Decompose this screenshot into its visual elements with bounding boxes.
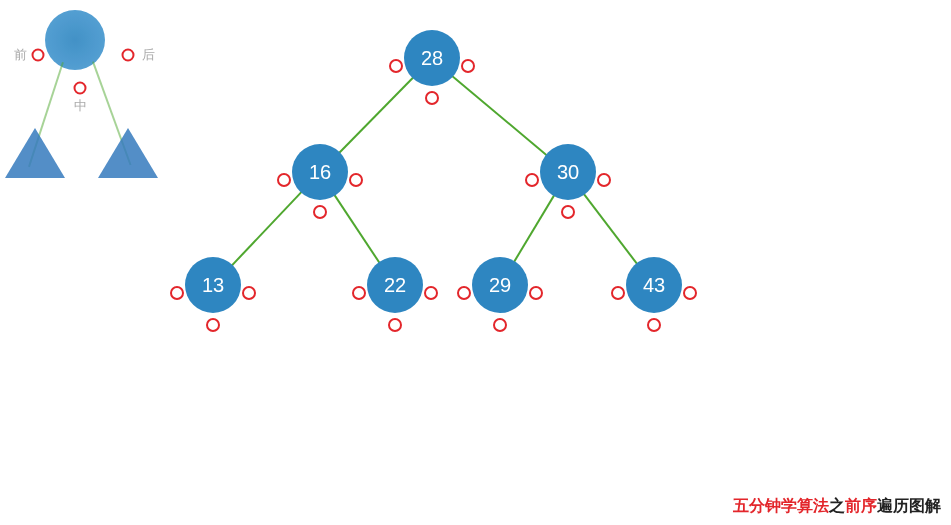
visit-marker-pre bbox=[277, 173, 291, 187]
visit-marker-post bbox=[597, 173, 611, 187]
tree-node-30: 30 bbox=[540, 144, 596, 200]
legend-subtree-right bbox=[98, 128, 158, 178]
tree-node-22: 22 bbox=[367, 257, 423, 313]
footer-topic: 前序 bbox=[845, 497, 877, 514]
visit-marker-in bbox=[647, 318, 661, 332]
diagram-canvas: 前 中 后 28163013222943 五分钟学算法之前序遍历图解 bbox=[0, 0, 951, 525]
visit-marker-in bbox=[206, 318, 220, 332]
legend-back-label: 后 bbox=[142, 46, 155, 64]
legend-mid-marker bbox=[74, 82, 87, 95]
tree-node-43: 43 bbox=[626, 257, 682, 313]
visit-marker-post bbox=[349, 173, 363, 187]
footer-suffix: 遍历图解 bbox=[877, 497, 941, 514]
visit-marker-in bbox=[313, 205, 327, 219]
footer-caption: 五分钟学算法之前序遍历图解 bbox=[733, 496, 941, 517]
visit-marker-pre bbox=[525, 173, 539, 187]
visit-marker-pre bbox=[457, 286, 471, 300]
footer-connector: 之 bbox=[829, 497, 845, 514]
tree-node-13: 13 bbox=[185, 257, 241, 313]
visit-marker-post bbox=[461, 59, 475, 73]
visit-marker-in bbox=[493, 318, 507, 332]
legend-root-node bbox=[45, 10, 105, 70]
visit-marker-in bbox=[388, 318, 402, 332]
legend-subtree-left bbox=[5, 128, 65, 178]
legend: 前 中 后 bbox=[0, 0, 170, 190]
visit-marker-in bbox=[425, 91, 439, 105]
legend-front-marker bbox=[32, 49, 45, 62]
visit-marker-pre bbox=[170, 286, 184, 300]
visit-marker-post bbox=[683, 286, 697, 300]
visit-marker-in bbox=[561, 205, 575, 219]
visit-marker-pre bbox=[389, 59, 403, 73]
visit-marker-post bbox=[242, 286, 256, 300]
footer-brand: 五分钟学算法 bbox=[733, 497, 829, 514]
tree-node-28: 28 bbox=[404, 30, 460, 86]
tree-node-16: 16 bbox=[292, 144, 348, 200]
legend-mid-label: 中 bbox=[74, 97, 87, 115]
visit-marker-pre bbox=[352, 286, 366, 300]
visit-marker-pre bbox=[611, 286, 625, 300]
legend-front-label: 前 bbox=[14, 46, 27, 64]
tree-node-29: 29 bbox=[472, 257, 528, 313]
visit-marker-post bbox=[529, 286, 543, 300]
visit-marker-post bbox=[424, 286, 438, 300]
legend-back-marker bbox=[122, 49, 135, 62]
